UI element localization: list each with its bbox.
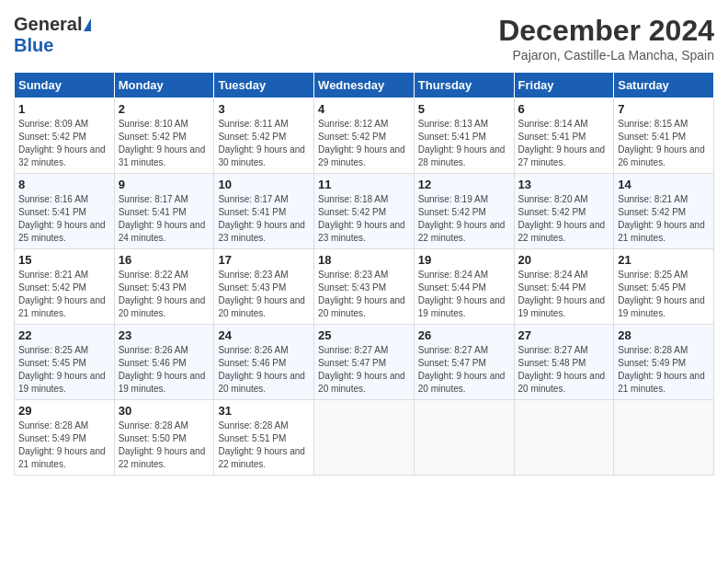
table-row: 5 Sunrise: 8:13 AMSunset: 5:41 PMDayligh… [414,98,514,174]
day-info: Sunrise: 8:27 AMSunset: 5:47 PMDaylight:… [318,345,405,394]
day-number: 21 [618,253,710,267]
day-number: 3 [218,102,310,116]
day-number: 27 [518,328,610,342]
calendar-week-4: 22 Sunrise: 8:25 AMSunset: 5:45 PMDaylig… [15,325,714,400]
header-saturday: Saturday [614,73,714,98]
calendar-week-3: 15 Sunrise: 8:21 AMSunset: 5:42 PMDaylig… [15,249,714,325]
day-number: 12 [418,178,510,191]
day-number: 25 [318,328,410,342]
day-info: Sunrise: 8:14 AMSunset: 5:41 PMDaylight:… [518,119,606,167]
header-thursday: Thursday [414,73,514,98]
table-row: 27 Sunrise: 8:27 AMSunset: 5:48 PMDaylig… [514,325,614,400]
header-tuesday: Tuesday [214,73,314,98]
day-info: Sunrise: 8:26 AMSunset: 5:46 PMDaylight:… [119,345,206,394]
day-number: 26 [418,328,510,342]
day-number: 8 [18,178,110,191]
logo: General Blue [14,14,91,56]
location-text: Pajaron, Castille-La Mancha, Spain [498,48,714,63]
day-number: 1 [18,102,110,116]
day-info: Sunrise: 8:11 AMSunset: 5:42 PMDaylight:… [218,119,305,167]
day-info: Sunrise: 8:20 AMSunset: 5:42 PMDaylight:… [518,194,606,243]
day-info: Sunrise: 8:23 AMSunset: 5:43 PMDaylight:… [218,270,305,318]
table-row [514,400,614,476]
table-row: 21 Sunrise: 8:25 AMSunset: 5:45 PMDaylig… [614,249,714,325]
day-info: Sunrise: 8:21 AMSunset: 5:42 PMDaylight:… [618,194,705,243]
day-number: 4 [318,102,410,116]
logo-general-text: General [14,14,82,35]
day-number: 23 [119,328,210,342]
day-info: Sunrise: 8:24 AMSunset: 5:44 PMDaylight:… [418,270,506,318]
day-number: 28 [618,328,710,342]
day-number: 29 [18,404,110,418]
header-wednesday: Wednesday [314,73,415,98]
day-info: Sunrise: 8:25 AMSunset: 5:45 PMDaylight:… [18,345,106,394]
page-header: General Blue December 2024 Pajaron, Cast… [14,14,714,63]
calendar-table: Sunday Monday Tuesday Wednesday Thursday… [14,72,714,476]
table-row: 13 Sunrise: 8:20 AMSunset: 5:42 PMDaylig… [514,174,614,249]
day-number: 18 [318,253,410,267]
day-number: 19 [418,253,510,267]
calendar-week-5: 29 Sunrise: 8:28 AMSunset: 5:49 PMDaylig… [15,400,714,476]
table-row: 12 Sunrise: 8:19 AMSunset: 5:42 PMDaylig… [414,174,514,249]
day-info: Sunrise: 8:21 AMSunset: 5:42 PMDaylight:… [18,270,106,318]
header-sunday: Sunday [15,73,115,98]
day-number: 16 [119,253,210,267]
day-number: 2 [119,102,210,116]
day-info: Sunrise: 8:13 AMSunset: 5:41 PMDaylight:… [418,119,506,167]
table-row: 31 Sunrise: 8:28 AMSunset: 5:51 PMDaylig… [214,400,314,476]
month-title: December 2024 [498,14,714,48]
table-row: 17 Sunrise: 8:23 AMSunset: 5:43 PMDaylig… [214,249,314,325]
calendar-week-2: 8 Sunrise: 8:16 AMSunset: 5:41 PMDayligh… [15,174,714,249]
page-container: General Blue December 2024 Pajaron, Cast… [0,0,728,485]
table-row: 28 Sunrise: 8:28 AMSunset: 5:49 PMDaylig… [614,325,714,400]
day-info: Sunrise: 8:25 AMSunset: 5:45 PMDaylight:… [618,270,705,318]
table-row: 16 Sunrise: 8:22 AMSunset: 5:43 PMDaylig… [114,249,214,325]
day-number: 10 [218,178,310,191]
day-info: Sunrise: 8:28 AMSunset: 5:49 PMDaylight:… [618,345,705,394]
day-number: 6 [518,102,610,116]
day-info: Sunrise: 8:27 AMSunset: 5:48 PMDaylight:… [518,345,606,394]
day-number: 11 [318,178,410,191]
day-number: 30 [119,404,210,418]
day-info: Sunrise: 8:17 AMSunset: 5:41 PMDaylight:… [119,194,206,243]
day-info: Sunrise: 8:19 AMSunset: 5:42 PMDaylight:… [418,194,506,243]
table-row: 11 Sunrise: 8:18 AMSunset: 5:42 PMDaylig… [314,174,415,249]
day-info: Sunrise: 8:28 AMSunset: 5:49 PMDaylight:… [18,420,106,469]
table-row: 10 Sunrise: 8:17 AMSunset: 5:41 PMDaylig… [214,174,314,249]
table-row: 8 Sunrise: 8:16 AMSunset: 5:41 PMDayligh… [15,174,115,249]
day-info: Sunrise: 8:12 AMSunset: 5:42 PMDaylight:… [318,119,405,167]
table-row [314,400,415,476]
day-info: Sunrise: 8:28 AMSunset: 5:50 PMDaylight:… [119,420,206,469]
table-row: 7 Sunrise: 8:15 AMSunset: 5:41 PMDayligh… [614,98,714,174]
table-row: 20 Sunrise: 8:24 AMSunset: 5:44 PMDaylig… [514,249,614,325]
day-info: Sunrise: 8:18 AMSunset: 5:42 PMDaylight:… [318,194,405,243]
day-info: Sunrise: 8:09 AMSunset: 5:42 PMDaylight:… [18,119,106,167]
table-row: 2 Sunrise: 8:10 AMSunset: 5:42 PMDayligh… [114,98,214,174]
header-monday: Monday [114,73,214,98]
day-number: 13 [518,178,610,191]
day-info: Sunrise: 8:15 AMSunset: 5:41 PMDaylight:… [618,119,705,167]
day-info: Sunrise: 8:28 AMSunset: 5:51 PMDaylight:… [218,420,305,469]
table-row: 14 Sunrise: 8:21 AMSunset: 5:42 PMDaylig… [614,174,714,249]
day-number: 5 [418,102,510,116]
day-number: 15 [18,253,110,267]
day-info: Sunrise: 8:23 AMSunset: 5:43 PMDaylight:… [318,270,405,318]
header-friday: Friday [514,73,614,98]
day-number: 24 [218,328,310,342]
day-number: 9 [119,178,210,191]
table-row: 15 Sunrise: 8:21 AMSunset: 5:42 PMDaylig… [15,249,115,325]
day-number: 17 [218,253,310,267]
table-row: 23 Sunrise: 8:26 AMSunset: 5:46 PMDaylig… [114,325,214,400]
table-row: 24 Sunrise: 8:26 AMSunset: 5:46 PMDaylig… [214,325,314,400]
table-row: 26 Sunrise: 8:27 AMSunset: 5:47 PMDaylig… [414,325,514,400]
table-row: 6 Sunrise: 8:14 AMSunset: 5:41 PMDayligh… [514,98,614,174]
calendar-week-1: 1 Sunrise: 8:09 AMSunset: 5:42 PMDayligh… [15,98,714,174]
table-row: 29 Sunrise: 8:28 AMSunset: 5:49 PMDaylig… [15,400,115,476]
table-row: 9 Sunrise: 8:17 AMSunset: 5:41 PMDayligh… [114,174,214,249]
calendar-header-row: Sunday Monday Tuesday Wednesday Thursday… [15,73,714,98]
table-row: 4 Sunrise: 8:12 AMSunset: 5:42 PMDayligh… [314,98,415,174]
day-info: Sunrise: 8:26 AMSunset: 5:46 PMDaylight:… [218,345,305,394]
title-area: December 2024 Pajaron, Castille-La Manch… [498,14,714,63]
day-number: 14 [618,178,710,191]
day-number: 22 [18,328,110,342]
